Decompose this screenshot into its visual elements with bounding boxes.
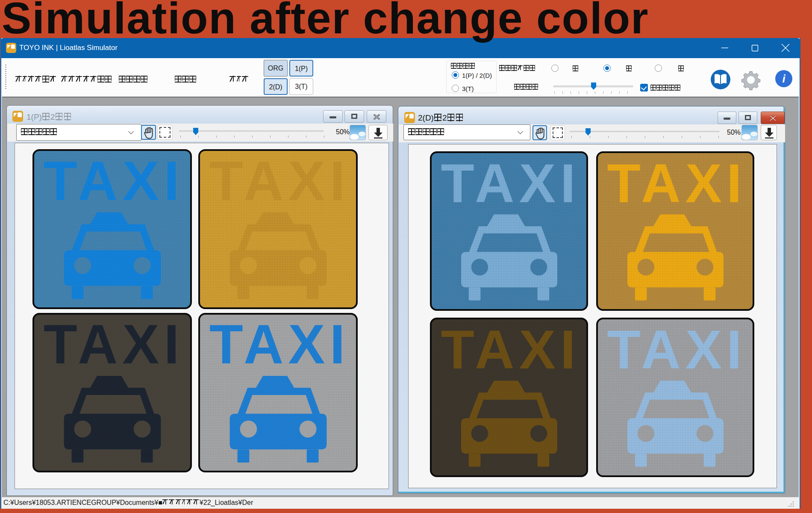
svg-text:i: i — [782, 72, 786, 85]
